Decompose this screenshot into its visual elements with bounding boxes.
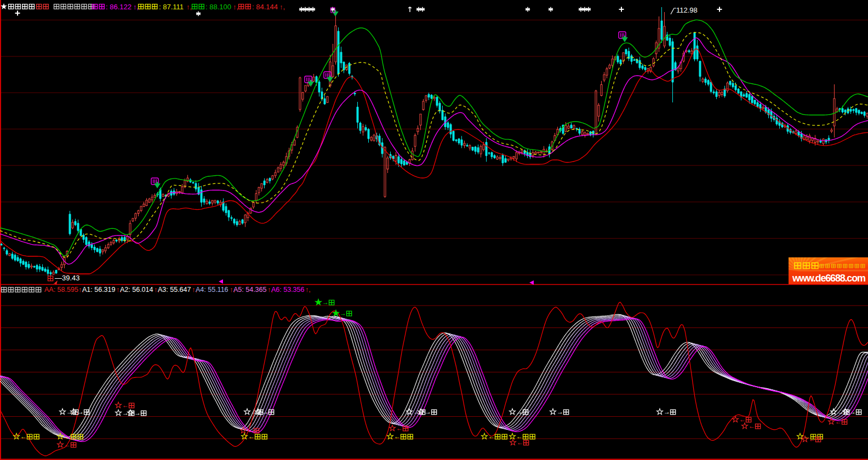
svg-text:A4: 55.116: A4: 55.116 (196, 286, 229, 294)
svg-text:←: ← (64, 433, 71, 440)
svg-text:→: → (837, 408, 844, 416)
svg-text:↑,: ↑, (233, 3, 238, 11)
svg-text:←: ← (64, 441, 71, 449)
svg-text:→: → (664, 408, 670, 416)
svg-text:←: ← (247, 427, 254, 434)
svg-text:←: ← (739, 416, 746, 423)
svg-text:→: → (425, 408, 431, 416)
svg-text:: 84.144: : 84.144 (252, 3, 278, 11)
svg-text:←: ← (749, 422, 755, 430)
svg-text:→: → (262, 408, 269, 416)
svg-text:←: ← (396, 424, 403, 432)
svg-text:→: → (849, 408, 856, 416)
svg-text:↑,: ↑, (186, 3, 192, 11)
svg-text:: 87.111: : 87.111 (159, 3, 184, 11)
svg-text:←: ← (809, 435, 815, 443)
svg-text:www.de6688.com: www.de6688.com (792, 273, 866, 284)
svg-text:→: → (340, 309, 346, 317)
svg-text:A2: 56.014: A2: 56.014 (120, 286, 153, 294)
svg-text:←: ← (122, 401, 129, 409)
svg-text:↑,: ↑, (133, 3, 139, 11)
svg-text:A6: 53.356: A6: 53.356 (271, 286, 305, 294)
svg-text:→: → (557, 408, 563, 416)
svg-text:←: ← (394, 433, 401, 440)
svg-text:→: → (77, 408, 84, 416)
svg-text:A1: 56.319: A1: 56.319 (82, 286, 116, 294)
svg-text:A5: 54.365: A5: 54.365 (233, 286, 267, 294)
svg-text:→: → (122, 409, 129, 417)
svg-text:: 88.100: : 88.100 (205, 3, 231, 11)
svg-text:→: → (322, 298, 329, 306)
svg-text:→: → (134, 409, 141, 417)
svg-text:←: ← (20, 433, 27, 440)
svg-text:←: ← (488, 433, 495, 440)
svg-text:↑,: ↑, (305, 286, 311, 294)
svg-text:: 86.122: : 86.122 (106, 3, 132, 11)
svg-text:—39.43: —39.43 (55, 274, 80, 282)
svg-text:←: ← (517, 439, 523, 446)
svg-text:→: → (516, 408, 523, 416)
svg-text:112.98: 112.98 (676, 6, 698, 14)
svg-text:A3: 55.647: A3: 55.647 (158, 286, 191, 294)
svg-text:AA: 58.595: AA: 58.595 (44, 286, 78, 294)
svg-text:↑,: ↑, (279, 3, 285, 11)
svg-text:←: ← (835, 418, 842, 426)
